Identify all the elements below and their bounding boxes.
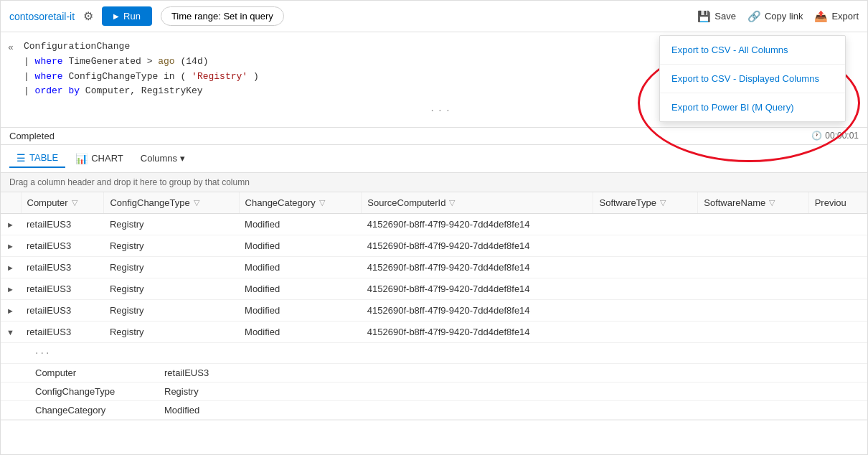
expand-row-button[interactable]: ► (6, 285, 14, 294)
cell-configchangetype: Registry (104, 278, 239, 299)
detail-key-computer: Computer (35, 367, 164, 378)
cell-computer: retailEUS3 (21, 299, 104, 321)
cell-previous (808, 256, 867, 278)
cell-softwarename (698, 299, 808, 321)
tab-chart[interactable]: 📊 CHART (68, 150, 131, 167)
cell-computer: retailEUS3 (21, 213, 104, 235)
columns-button[interactable]: Columns ▾ (133, 150, 192, 166)
filter-sourcecomputerid-icon[interactable]: ▽ (449, 198, 455, 207)
table-row: ► retailEUS3 Registry Modified 4152690f-… (1, 256, 867, 278)
expand-row-button[interactable]: ► (6, 263, 14, 272)
tab-table[interactable]: ☰ TABLE (9, 149, 65, 168)
export-icon: 📤 (814, 10, 828, 23)
cell-configchangetype: Registry (104, 213, 239, 235)
collapse-row-button[interactable]: ▼ (6, 328, 14, 337)
table-row: ► retailEUS3 Registry Modified 4152690f-… (1, 213, 867, 235)
view-tabs: ☰ TABLE 📊 CHART Columns ▾ (1, 145, 867, 173)
results-table: Computer ▽ ConfigChangeType ▽ ChangeCate… (1, 192, 867, 421)
cell-computer: retailEUS3 (21, 278, 104, 299)
col-software-name: SoftwareName ▽ (698, 192, 808, 214)
expand-row-button[interactable]: ► (6, 242, 14, 250)
col-computer: Computer ▽ (21, 192, 104, 214)
col-config-change-type: ConfigChangeType ▽ (104, 192, 239, 214)
status-bar: Completed 🕐 00:00:01 (1, 128, 867, 145)
cell-previous (808, 299, 867, 321)
copy-link-action[interactable]: 🔗 Copy link (747, 10, 803, 23)
col-source-computer-id: SourceComputerId ▽ (362, 192, 593, 214)
cell-computer: retailEUS3 (21, 321, 104, 342)
detail-configchangetype-row: ConfigChangeType Registry (1, 383, 867, 401)
col-previous: Previou (808, 192, 867, 214)
cell-sourcecomputerid: 4152690f-b8ff-47f9-9420-7dd4def8fe14 (362, 235, 593, 256)
columns-label: Columns (141, 153, 177, 164)
cell-softwaretype (593, 235, 698, 256)
export-power-bi[interactable]: Export to Power BI (M Query) (660, 93, 845, 121)
cell-sourcecomputerid: 4152690f-b8ff-47f9-9420-7dd4def8fe14 (362, 256, 593, 278)
cell-configchangetype: Registry (104, 235, 239, 256)
table-row: ► retailEUS3 Registry Modified 4152690f-… (1, 299, 867, 321)
workspace-link[interactable]: contosoretail-it (9, 11, 75, 22)
collapse-button[interactable]: « (8, 41, 14, 56)
cell-softwaretype (593, 278, 698, 299)
expand-row-button[interactable]: ► (6, 306, 14, 315)
cell-softwaretype (593, 321, 698, 342)
clock-icon: 🕐 (811, 131, 822, 141)
cell-sourcecomputerid: 4152690f-b8ff-47f9-9420-7dd4def8fe14 (362, 213, 593, 235)
drag-hint: Drag a column header and drop it here to… (1, 173, 867, 192)
detail-val-configchangetype: Registry (164, 386, 199, 397)
cell-computer: retailEUS3 (21, 235, 104, 256)
cell-changecategory: Modified (239, 321, 362, 342)
expanded-detail-row: ··· Computer retailEUS3 ConfigChangeType… (1, 342, 867, 420)
cell-configchangetype: Registry (104, 299, 239, 321)
filter-computer-icon[interactable]: ▽ (72, 198, 77, 207)
table-icon: ☰ (16, 152, 26, 164)
table-row: ► retailEUS3 Registry Modified 4152690f-… (1, 278, 867, 299)
export-action[interactable]: 📤 Export (814, 10, 859, 23)
filter-icon[interactable]: ⚙ (83, 9, 93, 23)
filter-softwaretype-icon[interactable]: ▽ (660, 198, 666, 207)
cell-softwaretype (593, 256, 698, 278)
export-csv-all[interactable]: Export to CSV - All Columns (660, 36, 845, 65)
save-icon: 💾 (697, 10, 711, 23)
cell-configchangetype: Registry (104, 256, 239, 278)
run-button[interactable]: ▶ Run (102, 6, 152, 26)
detail-changecategory-row: ChangeCategory Modified (1, 401, 867, 420)
cell-changecategory: Modified (239, 213, 362, 235)
run-label: Run (123, 11, 141, 22)
expand-row-button[interactable]: ► (6, 220, 14, 229)
cell-previous (808, 321, 867, 342)
col-software-type: SoftwareType ▽ (593, 192, 698, 214)
time-range-button[interactable]: Time range: Set in query (161, 6, 284, 26)
toolbar-right: 💾 Save 🔗 Copy link 📤 Export (697, 10, 859, 23)
detail-key-changecategory: ChangeCategory (35, 405, 164, 416)
tab-table-label: TABLE (29, 152, 58, 163)
cell-softwarename (698, 278, 808, 299)
cell-previous (808, 235, 867, 256)
status-label: Completed (9, 131, 55, 141)
detail-computer-row: Computer retailEUS3 (1, 364, 867, 383)
export-dropdown: Export to CSV - All Columns Export to CS… (659, 35, 846, 122)
detail-val-computer: retailEUS3 (164, 367, 209, 378)
cell-previous (808, 278, 867, 299)
toolbar: contosoretail-it ⚙ ▶ Run Time range: Set… (1, 1, 867, 32)
cell-softwarename (698, 235, 808, 256)
cell-changecategory: Modified (239, 278, 362, 299)
chart-icon: 📊 (75, 153, 88, 164)
detail-ellipsis: ··· (35, 347, 51, 360)
cell-computer: retailEUS3 (21, 256, 104, 278)
filter-softwarename-icon[interactable]: ▽ (769, 198, 775, 207)
detail-val-changecategory: Modified (164, 405, 199, 416)
results-table-wrapper: Computer ▽ ConfigChangeType ▽ ChangeCate… (1, 192, 867, 421)
col-change-category: ChangeCategory ▽ (239, 192, 362, 214)
cell-previous (808, 213, 867, 235)
filter-changecategory-icon[interactable]: ▽ (319, 198, 325, 207)
table-header-row: Computer ▽ ConfigChangeType ▽ ChangeCate… (1, 192, 867, 214)
filter-configchangetype-icon[interactable]: ▽ (194, 198, 199, 207)
cell-changecategory: Modified (239, 299, 362, 321)
save-action[interactable]: 💾 Save (697, 10, 736, 23)
cell-changecategory: Modified (239, 256, 362, 278)
cell-softwarename (698, 256, 808, 278)
export-label: Export (831, 11, 859, 22)
cell-softwarename (698, 321, 808, 342)
export-csv-displayed[interactable]: Export to CSV - Displayed Columns (660, 65, 845, 93)
